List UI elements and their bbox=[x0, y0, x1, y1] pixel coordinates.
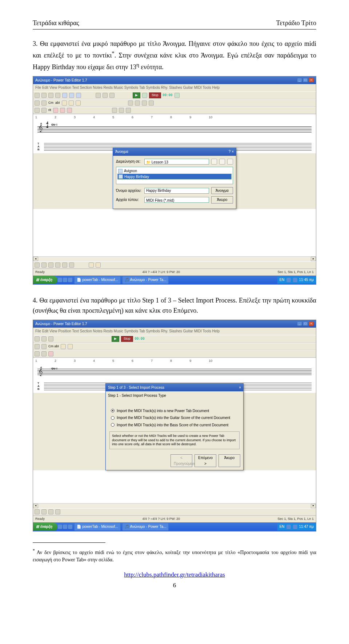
cut-icon[interactable] bbox=[62, 93, 67, 98]
note-icon[interactable] bbox=[55, 509, 60, 514]
close-button[interactable]: × bbox=[309, 78, 314, 82]
tool-icon[interactable] bbox=[68, 344, 73, 349]
file-item[interactable]: Avignon bbox=[117, 168, 232, 174]
radio-option-bass-score[interactable]: Import the MIDI Track(s) into the Bass S… bbox=[111, 422, 238, 428]
cancel-button[interactable]: Άκυρο bbox=[218, 454, 240, 467]
toolbar-row-2[interactable]: CmabI bbox=[33, 99, 316, 107]
scroll-track[interactable] bbox=[38, 504, 311, 508]
scroll-right-button[interactable]: ▸ bbox=[311, 257, 316, 261]
note-icon[interactable] bbox=[62, 262, 67, 268]
radio-icon[interactable] bbox=[111, 423, 115, 427]
misc-icon[interactable] bbox=[126, 108, 131, 113]
taskbar-task[interactable]: 📄 powerTab - Microsof... bbox=[74, 276, 120, 284]
misc-icon[interactable] bbox=[112, 108, 117, 113]
articulation-icon[interactable] bbox=[53, 108, 58, 113]
new-folder-icon[interactable] bbox=[219, 159, 225, 165]
tray-icon[interactable] bbox=[293, 525, 297, 529]
quicklaunch-icon[interactable] bbox=[63, 278, 67, 282]
folder-select[interactable]: 📁 Lesson 13 bbox=[144, 159, 209, 165]
toolbar-row-1[interactable]: ▶ Stop 00:00 bbox=[33, 335, 316, 343]
filename-input[interactable] bbox=[144, 188, 209, 194]
paste-icon[interactable] bbox=[76, 93, 81, 98]
file-list[interactable]: Avignon Happy Birthday bbox=[116, 167, 233, 184]
tray-icon[interactable] bbox=[286, 278, 291, 282]
view-icon[interactable] bbox=[227, 159, 233, 165]
footer-link[interactable]: http://clubs.pathfinder.gr/tetradiakitha… bbox=[33, 570, 316, 580]
symbol-icon[interactable] bbox=[142, 100, 147, 106]
menu-bar[interactable]: File Edit View Position Text Section Not… bbox=[33, 84, 316, 91]
radio-option-new-doc[interactable]: Import the MIDI Track(s) into a new Powe… bbox=[111, 408, 238, 414]
note-icon[interactable] bbox=[48, 509, 53, 514]
copy-icon[interactable] bbox=[69, 93, 74, 98]
quicklaunch-icon[interactable] bbox=[63, 525, 67, 529]
taskbar-task[interactable]: 🎵 Ανώνυμο - Power Ta... bbox=[122, 276, 169, 284]
quicklaunch-icon[interactable] bbox=[68, 278, 72, 282]
dialog-help-icon[interactable]: ? × bbox=[229, 149, 234, 155]
pause-icon[interactable] bbox=[142, 93, 147, 98]
note-icon[interactable] bbox=[48, 262, 53, 268]
note-value-icon[interactable] bbox=[41, 108, 47, 113]
symbol-icon[interactable] bbox=[135, 100, 140, 106]
start-button[interactable]: ⊞ έναρξη bbox=[33, 523, 57, 531]
note-icon[interactable] bbox=[69, 100, 74, 106]
quicklaunch-icon[interactable] bbox=[58, 278, 62, 282]
note-icon[interactable] bbox=[35, 509, 40, 514]
misc-icon[interactable] bbox=[119, 108, 124, 113]
quicklaunch-icon[interactable] bbox=[68, 525, 72, 529]
up-folder-icon[interactable] bbox=[211, 159, 217, 165]
tray-icon[interactable] bbox=[286, 525, 291, 529]
tool-icon[interactable] bbox=[48, 336, 53, 341]
stop-button[interactable]: Stop bbox=[149, 92, 161, 98]
open-icon[interactable] bbox=[41, 93, 47, 98]
toolbar-row-bottom[interactable] bbox=[33, 261, 316, 269]
metronome-icon[interactable] bbox=[174, 93, 180, 98]
system-tray[interactable]: EN 11:47 πμ bbox=[277, 523, 316, 530]
system-tray[interactable]: EN 11:45 πμ bbox=[277, 276, 316, 284]
next-button[interactable]: Επόμενο > bbox=[194, 454, 216, 467]
scroll-left-button[interactable]: ◂ bbox=[33, 257, 38, 261]
symbol-icon[interactable] bbox=[128, 100, 133, 106]
tool-icon[interactable] bbox=[35, 351, 40, 356]
print-icon[interactable] bbox=[55, 93, 60, 98]
rest-icon[interactable] bbox=[89, 262, 94, 268]
save-icon[interactable] bbox=[48, 93, 53, 98]
file-item-selected[interactable]: Happy Birthday bbox=[117, 174, 232, 179]
toolbar-row-3[interactable] bbox=[33, 350, 316, 357]
tray-icon[interactable] bbox=[293, 278, 297, 282]
radio-option-guitar-score[interactable]: Import the MIDI Track(s) into the Guitar… bbox=[111, 415, 238, 421]
play-button[interactable]: ▶ bbox=[112, 336, 119, 342]
filetype-select[interactable]: MIDI Files (*.mid) bbox=[144, 197, 209, 203]
taskbar-task[interactable]: 🎵 Ανώνυμο - Power Ta... bbox=[122, 523, 169, 531]
stop-button[interactable]: Stop bbox=[121, 336, 133, 342]
new-icon[interactable] bbox=[35, 93, 40, 98]
tool-icon[interactable] bbox=[61, 344, 66, 349]
articulation-icon[interactable] bbox=[67, 108, 72, 113]
scroll-right-button[interactable]: ▸ bbox=[311, 504, 316, 508]
italic-icon[interactable] bbox=[103, 93, 108, 98]
cancel-button[interactable]: Άκυρο bbox=[211, 196, 233, 204]
close-button[interactable]: × bbox=[309, 321, 314, 326]
tool-icon[interactable] bbox=[35, 344, 40, 349]
tool-icon[interactable] bbox=[41, 344, 47, 349]
toolbar-row-3[interactable]: rit bbox=[33, 107, 316, 114]
toolbar-row-bottom[interactable] bbox=[33, 508, 316, 515]
menu-bar[interactable]: File Edit View Position Text Section Not… bbox=[33, 328, 316, 335]
taskbar-task[interactable]: 📄 powerTab - Microsof... bbox=[74, 523, 120, 531]
tool-icon[interactable] bbox=[41, 336, 47, 341]
dialog-close-icon[interactable]: × bbox=[239, 385, 241, 391]
maximize-button[interactable]: □ bbox=[303, 321, 308, 326]
open-button[interactable]: Άνοιγμα bbox=[211, 187, 233, 194]
radio-icon[interactable] bbox=[111, 409, 115, 412]
lang-indicator[interactable]: EN bbox=[280, 277, 285, 283]
radio-icon[interactable] bbox=[111, 416, 115, 420]
minimize-button[interactable]: _ bbox=[297, 78, 302, 82]
tool-icon[interactable] bbox=[41, 351, 47, 356]
articulation-icon[interactable] bbox=[60, 108, 65, 113]
note-icon[interactable] bbox=[41, 509, 47, 514]
quicklaunch-icon[interactable] bbox=[58, 525, 62, 529]
tool-icon[interactable] bbox=[35, 336, 40, 341]
underline-icon[interactable] bbox=[109, 93, 115, 98]
lang-indicator[interactable]: EN bbox=[280, 524, 285, 530]
maximize-button[interactable]: □ bbox=[303, 78, 308, 82]
symbol-icon[interactable] bbox=[149, 100, 154, 106]
